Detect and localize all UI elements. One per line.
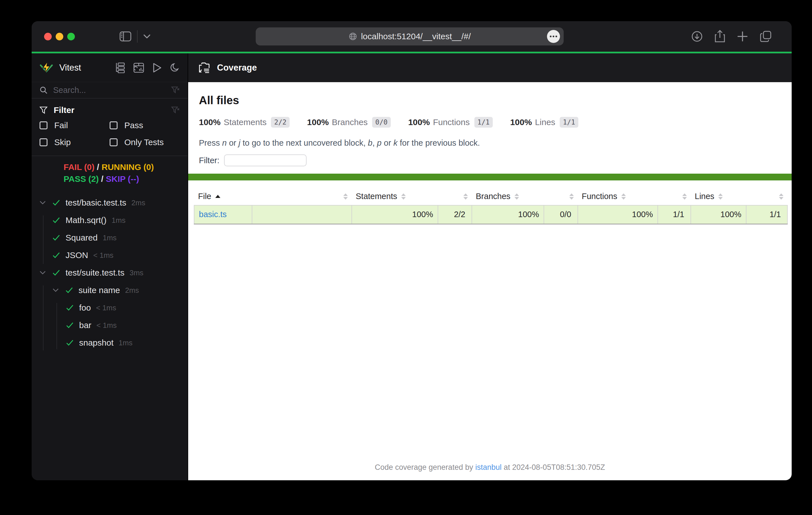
sorter-icon[interactable]: [515, 193, 519, 200]
dark-mode-moon-icon[interactable]: [170, 63, 180, 72]
vitest-logo: [39, 61, 53, 74]
page-title: Coverage: [217, 63, 257, 73]
dashboard-report-icon[interactable]: [133, 63, 144, 73]
filter-checkbox-fail[interactable]: Fail: [39, 121, 110, 130]
coverage-summary: 100% Statements 2/2 100% Branches 0/0 10…: [199, 117, 780, 128]
search-input[interactable]: [53, 86, 166, 95]
traffic-lights: [44, 33, 75, 40]
functions-pct-cell: 100%: [578, 205, 658, 224]
chevron-down-icon[interactable]: [53, 288, 65, 292]
fraction-badge: 1/1: [560, 117, 578, 128]
toolbar-divider: [137, 30, 138, 42]
share-icon[interactable]: [714, 30, 726, 43]
search-row: [32, 82, 187, 98]
column-header-statements[interactable]: Statements: [352, 188, 438, 205]
sidebar-toggle-icon[interactable]: [119, 31, 132, 41]
new-tab-icon[interactable]: [737, 31, 748, 42]
tree-guide: [43, 285, 44, 351]
tab-overview-icon[interactable]: [759, 30, 772, 42]
file-filter-label: Filter:: [199, 156, 220, 165]
vitest-sidebar: Vitest: [32, 53, 188, 480]
clear-filters-icon[interactable]: [171, 106, 180, 114]
sorter-icon[interactable]: [682, 193, 687, 200]
chevron-down-icon[interactable]: [39, 201, 53, 205]
column-header-branches-frac[interactable]: [544, 188, 578, 205]
tree-item-test[interactable]: Squared1ms: [32, 229, 187, 246]
filter-checkbox-skip[interactable]: Skip: [39, 138, 110, 147]
tree-item-test[interactable]: Math.sqrt()1ms: [32, 211, 187, 229]
check-icon: [53, 199, 65, 206]
check-icon: [65, 287, 79, 294]
tree-item-test[interactable]: foo< 1ms: [32, 299, 187, 316]
zoom-window-button[interactable]: [67, 33, 75, 40]
sorter-icon[interactable]: [621, 193, 626, 200]
chevron-down-icon[interactable]: [143, 34, 151, 39]
column-header-functions[interactable]: Functions: [578, 188, 658, 205]
coverage-panel: Coverage All files 100% Statements 2/2 1…: [188, 53, 792, 480]
branches-frac-cell: 0/0: [544, 205, 578, 224]
minimize-window-button[interactable]: [56, 33, 63, 40]
sorter-icon[interactable]: [401, 193, 406, 200]
sort-asc-icon: [215, 195, 221, 198]
checkbox[interactable]: [39, 121, 48, 129]
lines-frac-cell: 1/1: [746, 205, 787, 224]
column-header-functions-frac[interactable]: [658, 188, 691, 205]
tree-item-test[interactable]: bar< 1ms: [32, 316, 187, 334]
clear-search-filter-icon[interactable]: [171, 86, 180, 94]
skip-count: SKIP (--): [106, 174, 139, 184]
checkbox[interactable]: [110, 121, 118, 129]
running-count: RUNNING (0): [102, 162, 154, 172]
check-icon: [53, 269, 65, 276]
column-header-branches[interactable]: Branches: [472, 188, 544, 205]
checkbox[interactable]: [110, 138, 118, 146]
run-all-icon[interactable]: [152, 63, 162, 73]
test-tree: test/basic.test.ts2ms Math.sqrt()1ms Squ…: [32, 190, 187, 480]
fraction-badge: 2/2: [271, 117, 289, 128]
column-header-lines[interactable]: Lines: [691, 188, 746, 205]
all-files-heading: All files: [199, 94, 780, 107]
globe-icon: [349, 32, 357, 41]
summary-lines: 100% Lines 1/1: [510, 117, 578, 128]
fraction-badge: 1/1: [474, 117, 493, 128]
sorter-icon[interactable]: [463, 193, 468, 200]
chevron-down-icon[interactable]: [39, 271, 53, 275]
page-settings-button[interactable]: [547, 30, 560, 43]
check-icon: [66, 304, 79, 311]
summary-functions: 100% Functions 1/1: [408, 117, 493, 128]
tree-item-test[interactable]: snapshot1ms: [32, 334, 187, 352]
column-header-file[interactable]: File: [194, 188, 252, 205]
tree-item-file[interactable]: test/basic.test.ts2ms: [32, 194, 187, 211]
sorter-icon[interactable]: [343, 193, 348, 200]
address-bar[interactable]: localhost:51204/__vitest__/#/: [256, 27, 564, 46]
keyboard-hint: Press n or j to go to the next uncovered…: [199, 138, 780, 148]
file-link[interactable]: basic.ts: [199, 210, 227, 219]
sorter-icon[interactable]: [779, 193, 783, 200]
filter-checkbox-only-tests[interactable]: Only Tests: [110, 138, 180, 147]
lines-pct-cell: 100%: [691, 205, 746, 224]
column-header-lines-frac[interactable]: [746, 188, 787, 205]
app-title: Vitest: [59, 63, 81, 73]
sorter-icon[interactable]: [569, 193, 574, 200]
istanbul-link[interactable]: istanbul: [475, 463, 501, 472]
downloads-icon[interactable]: [691, 30, 703, 42]
tree-item-suite[interactable]: suite name2ms: [32, 281, 187, 299]
fraction-badge: 0/0: [372, 117, 390, 128]
checkbox[interactable]: [39, 138, 48, 146]
column-header-bar[interactable]: [252, 188, 352, 205]
browser-window: localhost:51204/__vitest__/#/: [32, 21, 792, 480]
column-header-statements-frac[interactable]: [438, 188, 472, 205]
check-icon: [66, 322, 79, 329]
tree-item-file[interactable]: test/suite.test.ts3ms: [32, 264, 187, 281]
close-window-button[interactable]: [44, 33, 52, 40]
tree-guide: [57, 303, 57, 349]
tree-guide: [43, 215, 44, 264]
funnel-icon: [39, 106, 48, 114]
tree-item-test[interactable]: JSON< 1ms: [32, 246, 187, 264]
sorter-icon[interactable]: [718, 193, 723, 200]
test-tree-view-icon[interactable]: [115, 62, 125, 73]
check-icon: [53, 234, 65, 241]
url-text: localhost:51204/__vitest__/#/: [361, 32, 471, 41]
filter-checkbox-pass[interactable]: Pass: [110, 121, 180, 130]
file-filter-input[interactable]: [224, 154, 307, 166]
statements-pct-cell: 100%: [352, 205, 438, 224]
